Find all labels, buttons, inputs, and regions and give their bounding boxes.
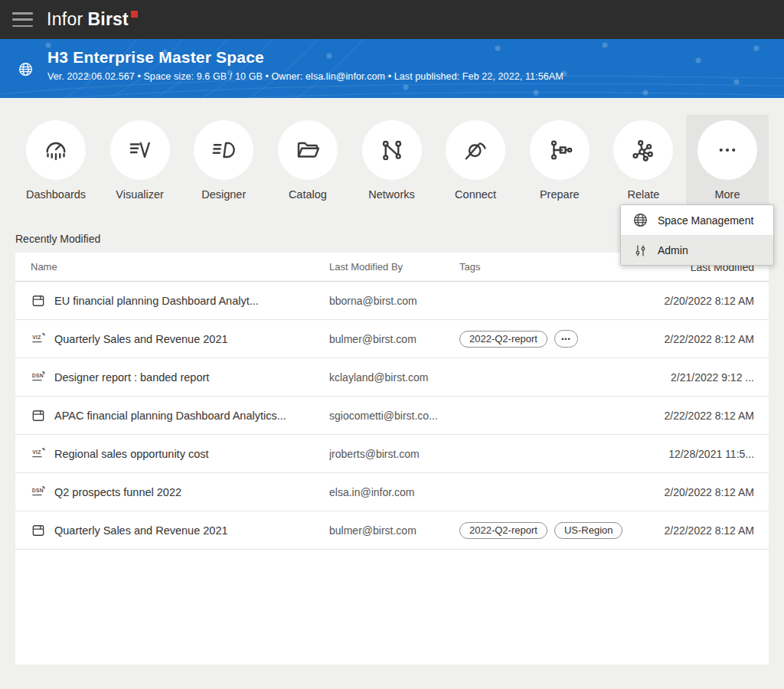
row-tags: 2022-Q2-report ••• — [459, 330, 647, 348]
row-modified-by: elsa.in@infor.com — [329, 486, 459, 498]
space-title: H3 Enterprise Master Space — [47, 48, 564, 67]
menu-item-label: Admin — [658, 244, 688, 256]
logo-red-square — [131, 11, 138, 18]
space-meta: Ver. 2022.06.02.567 • Space size: 9.6 GB… — [47, 71, 564, 82]
table-row[interactable]: VIZ Regional sales opportunity cost jrob… — [15, 435, 769, 473]
menu-item-space-management[interactable]: Space Management — [621, 205, 773, 235]
toolbar-item-dashboards[interactable]: Dashboards — [15, 115, 97, 204]
row-name: Regional sales opportunity cost — [54, 448, 209, 460]
more-tags-button[interactable]: ••• — [554, 330, 578, 348]
infor-birst-logo: Infor Birst — [47, 9, 138, 30]
ellipsis-icon — [714, 136, 741, 164]
section-title-recently-modified: Recently Modified — [15, 233, 100, 245]
globe-icon — [632, 212, 648, 228]
folder-icon — [294, 136, 322, 164]
menu-item-admin[interactable]: Admin — [621, 235, 773, 265]
table-row[interactable]: DSN Q2 prospects funnel 2022 elsa.in@inf… — [15, 473, 769, 511]
tag-pill[interactable]: 2022-Q2-report — [459, 331, 547, 348]
row-name: EU financial planning Dashboard Analyt..… — [54, 295, 259, 307]
row-modified-date: 12/28/2021 11:5... — [647, 448, 754, 460]
toolbar-item-networks[interactable]: Networks — [351, 115, 433, 204]
toolbar-label: Dashboards — [26, 188, 86, 201]
row-modified-by: bborna@birst.com — [329, 295, 459, 307]
tag-pill[interactable]: US-Region — [554, 522, 623, 539]
column-header-last-modified-by[interactable]: Last Modified By — [329, 261, 459, 273]
menu-item-label: Space Management — [658, 214, 753, 227]
toolbar-label: More — [714, 188, 740, 201]
row-modified-date: 2/22/2022 8:12 AM — [647, 333, 754, 345]
report-icon — [31, 523, 46, 538]
toolbar-item-catalog[interactable]: Catalog — [266, 115, 349, 204]
logo-infor: Infor — [47, 9, 83, 30]
toolbar-label: Visualizer — [116, 188, 164, 201]
toolbar-item-visualizer[interactable]: Visualizer — [99, 115, 181, 204]
toolbar-item-more[interactable]: More — [686, 115, 769, 204]
toolbar-label: Connect — [455, 188, 496, 201]
prepare-icon — [546, 136, 573, 164]
designer-icon — [210, 136, 237, 164]
row-modified-date: 2/22/2022 8:12 AM — [647, 410, 754, 422]
row-modified-by: bulmer@birst.com — [329, 333, 459, 345]
module-toolbar: Dashboards Visualizer Designer Catalog — [15, 115, 769, 204]
top-app-bar: Infor Birst — [0, 0, 784, 39]
row-modified-by: bulmer@birst.com — [329, 524, 459, 537]
logo-birst: Birst — [88, 9, 129, 30]
networks-icon — [378, 136, 406, 164]
dsn-file-icon: DSN — [31, 370, 46, 384]
connect-icon — [462, 136, 489, 164]
row-modified-date: 2/22/2022 8:12 AM — [647, 524, 754, 537]
tag-pill[interactable]: 2022-Q2-report — [459, 522, 547, 539]
svg-text:DSN: DSN — [32, 488, 44, 493]
toolbar-item-connect[interactable]: Connect — [434, 115, 517, 204]
toolbar-label: Networks — [368, 188, 414, 201]
toolbar-item-prepare[interactable]: Prepare — [518, 115, 601, 204]
sliders-icon — [632, 243, 648, 259]
toolbar-label: Prepare — [540, 188, 580, 201]
svg-text:VIZ: VIZ — [32, 335, 41, 340]
row-modified-date: 2/20/2022 8:12 AM — [647, 486, 754, 498]
toolbar-label: Catalog — [289, 188, 327, 201]
table-row[interactable]: Quarterly Sales and Revenue 2021 bulmer@… — [15, 511, 769, 550]
column-header-tags[interactable]: Tags — [459, 261, 647, 273]
toolbar-label: Designer — [201, 188, 246, 201]
table-row[interactable]: EU financial planning Dashboard Analyt..… — [15, 282, 769, 320]
row-modified-by: sgiocometti@birst.co... — [329, 410, 459, 422]
more-dropdown-menu: Space Management Admin — [620, 204, 774, 266]
row-name: Q2 prospects funnel 2022 — [54, 486, 181, 498]
visualizer-icon — [126, 136, 154, 164]
svg-text:VIZ: VIZ — [32, 449, 41, 455]
table-row[interactable]: DSN Designer report : banded report kcla… — [15, 358, 769, 397]
row-modified-by: jroberts@birst.com — [329, 448, 459, 460]
hamburger-menu-icon[interactable] — [12, 12, 33, 27]
row-name: APAC financial planning Dashboard Analyt… — [54, 410, 286, 422]
toolbar-label: Relate — [627, 188, 659, 201]
row-modified-date: 2/21/2022 9:12 ... — [647, 371, 754, 384]
report-icon — [31, 293, 46, 309]
svg-text:DSN: DSN — [32, 373, 44, 378]
relate-icon — [629, 136, 657, 164]
dsn-file-icon: DSN — [31, 485, 46, 499]
space-header: H3 Enterprise Master Space Ver. 2022.06.… — [0, 39, 784, 98]
column-header-name[interactable]: Name — [31, 261, 329, 273]
table-row[interactable]: APAC financial planning Dashboard Analyt… — [15, 397, 769, 435]
globe-icon — [18, 61, 34, 77]
table-row[interactable]: VIZ Quarterly Sales and Revenue 2021 bul… — [15, 320, 769, 358]
gauge-icon — [42, 136, 70, 164]
row-tags: 2022-Q2-report US-Region — [459, 522, 647, 539]
row-name: Quarterly Sales and Revenue 2021 — [54, 524, 228, 537]
toolbar-item-relate[interactable]: Relate — [602, 115, 684, 204]
row-modified-date: 2/20/2022 8:12 AM — [647, 295, 754, 307]
viz-file-icon: VIZ — [31, 331, 46, 346]
row-modified-by: kclayland@birst.com — [329, 371, 459, 384]
report-icon — [31, 408, 46, 423]
row-name: Designer report : banded report — [54, 371, 209, 384]
recently-modified-table: Name Last Modified By Tags Last Modified… — [15, 253, 769, 665]
viz-file-icon: VIZ — [31, 446, 46, 461]
row-name: Quarterly Sales and Revenue 2021 — [54, 333, 228, 345]
toolbar-item-designer[interactable]: Designer — [182, 115, 265, 204]
